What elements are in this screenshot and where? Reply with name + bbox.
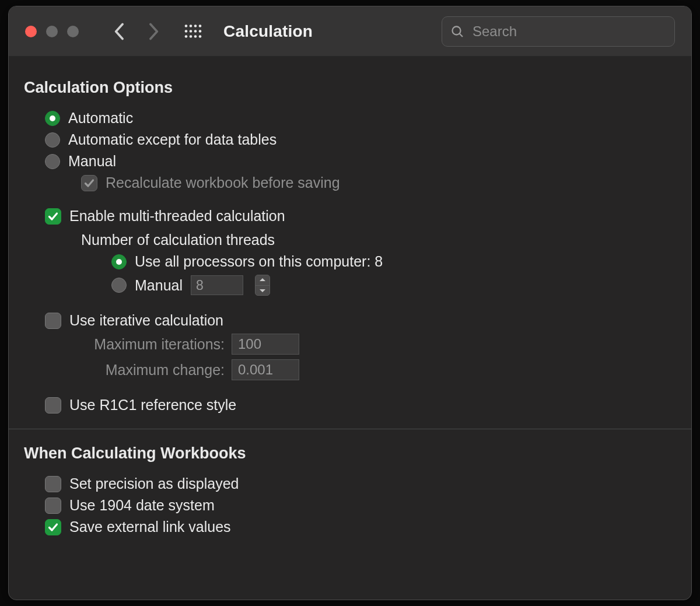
threads-stepper[interactable]: [255, 275, 270, 296]
save-external-label: Save external link values: [69, 519, 231, 535]
forward-button[interactable]: [139, 17, 167, 45]
radio-manual[interactable]: Manual: [45, 153, 116, 170]
radio-use-all-processors[interactable]: Use all processors on this computer: 8: [111, 253, 383, 270]
threads-label: Number of calculation threads: [81, 232, 275, 248]
titlebar: Calculation: [9, 6, 691, 57]
svg-line-13: [460, 33, 463, 36]
minimize-window-button[interactable]: [46, 26, 58, 37]
radio-automatic-label: Automatic: [68, 110, 133, 127]
content-area: Calculation Options Automatic Automatic …: [9, 57, 691, 600]
max-iterations-input[interactable]: [232, 334, 299, 355]
svg-point-4: [185, 30, 188, 33]
chevron-down-icon: [259, 288, 266, 293]
max-iterations-label: Maximum iterations:: [81, 336, 225, 353]
checkbox-icon: [45, 498, 61, 514]
enable-multithread-label: Enable multi-threaded calculation: [69, 208, 285, 225]
search-icon: [450, 24, 464, 38]
svg-point-11: [199, 35, 202, 38]
svg-point-6: [194, 30, 197, 33]
checkbox-use-iterative[interactable]: Use iterative calculation: [45, 312, 223, 329]
svg-point-10: [194, 35, 197, 38]
checkbox-r1c1[interactable]: Use R1C1 reference style: [45, 397, 236, 414]
search-input[interactable]: [473, 23, 666, 40]
svg-point-1: [190, 24, 192, 27]
window-controls: [25, 26, 79, 37]
checkbox-precision-displayed[interactable]: Set precision as displayed: [45, 475, 239, 492]
radio-manual-label: Manual: [68, 153, 116, 170]
radio-automatic-except-label: Automatic except for data tables: [68, 131, 276, 148]
page-title: Calculation: [223, 22, 313, 41]
use-all-processors-label: Use all processors on this computer: 8: [135, 253, 383, 270]
date1904-label: Use 1904 date system: [69, 497, 215, 514]
svg-point-8: [185, 35, 188, 38]
checkbox-icon: [45, 208, 61, 225]
svg-point-7: [199, 30, 202, 33]
max-change-label: Maximum change:: [81, 362, 225, 379]
checkbox-icon: [45, 519, 61, 535]
preferences-window: Calculation Calculation Options Automati…: [8, 6, 692, 600]
search-field[interactable]: [442, 16, 675, 47]
stepper-down[interactable]: [256, 286, 270, 296]
checkbox-1904-date[interactable]: Use 1904 date system: [45, 497, 215, 514]
svg-point-5: [190, 30, 192, 33]
chevron-up-icon: [259, 278, 266, 282]
radio-icon: [45, 111, 60, 126]
checkbox-icon: [81, 175, 97, 191]
section-divider: [9, 429, 691, 429]
checkbox-icon: [45, 313, 61, 329]
radio-automatic-except-tables[interactable]: Automatic except for data tables: [45, 131, 276, 148]
max-change-input[interactable]: [232, 359, 299, 380]
svg-point-0: [185, 24, 188, 27]
use-iterative-label: Use iterative calculation: [69, 312, 223, 329]
r1c1-label: Use R1C1 reference style: [69, 397, 236, 414]
svg-point-9: [190, 35, 192, 38]
precision-label: Set precision as displayed: [69, 475, 239, 492]
checkbox-icon: [45, 397, 61, 414]
close-window-button[interactable]: [25, 26, 37, 37]
svg-point-2: [194, 24, 197, 27]
chevron-right-icon: [147, 23, 160, 40]
recalc-before-save-label: Recalculate workbook before saving: [106, 174, 340, 191]
zoom-window-button[interactable]: [67, 26, 79, 37]
back-button[interactable]: [106, 17, 134, 45]
radio-icon: [111, 278, 127, 293]
radio-threads-manual[interactable]: Manual: [111, 277, 183, 294]
show-all-button[interactable]: [179, 17, 207, 45]
radio-icon: [45, 154, 60, 169]
svg-point-12: [453, 26, 461, 34]
chevron-left-icon: [113, 23, 126, 40]
checkbox-save-external-links[interactable]: Save external link values: [45, 519, 231, 535]
radio-icon: [45, 132, 60, 148]
radio-automatic[interactable]: Automatic: [45, 110, 133, 127]
threads-manual-input[interactable]: [191, 275, 243, 295]
section-calculation-options-title: Calculation Options: [24, 79, 676, 97]
checkbox-enable-multithread[interactable]: Enable multi-threaded calculation: [45, 208, 285, 225]
section-workbooks-title: When Calculating Workbooks: [24, 444, 676, 463]
radio-icon: [111, 254, 127, 269]
stepper-up[interactable]: [256, 275, 270, 286]
checkbox-recalc-before-save: Recalculate workbook before saving: [81, 174, 340, 191]
threads-manual-label: Manual: [135, 277, 183, 294]
checkbox-icon: [45, 476, 61, 492]
grid-icon: [184, 24, 202, 38]
svg-point-3: [199, 24, 202, 27]
